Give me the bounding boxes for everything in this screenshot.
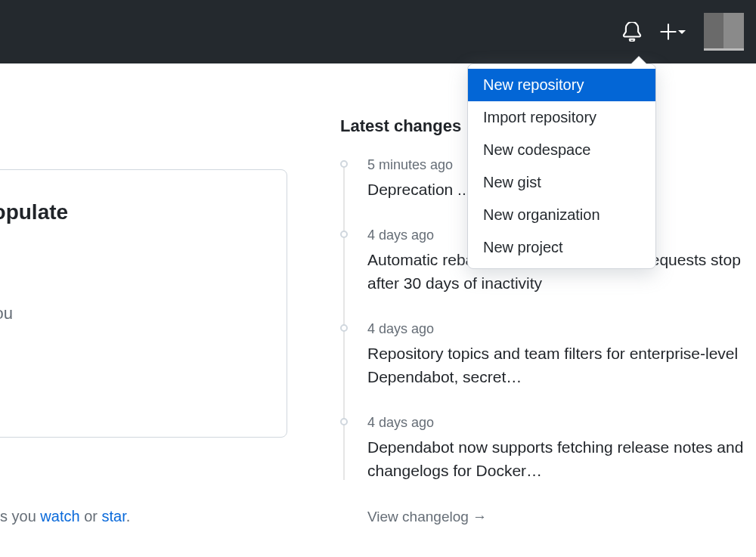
feed-subtitle: on repositories you bbox=[0, 304, 264, 323]
notifications-button[interactable] bbox=[622, 22, 642, 42]
bell-icon bbox=[622, 22, 642, 42]
create-new-menu-button[interactable] bbox=[660, 23, 686, 40]
hint-text: or bbox=[80, 508, 102, 525]
hint-text: s you bbox=[0, 508, 40, 525]
chevron-down-icon bbox=[678, 30, 686, 34]
timeline-dot-icon bbox=[340, 418, 348, 425]
timeline-item[interactable]: 4 days ago Dependabot now supports fetch… bbox=[340, 415, 756, 483]
dropdown-item-import-repository[interactable]: Import repository bbox=[468, 101, 655, 134]
timeline-time: 4 days ago bbox=[367, 415, 756, 431]
dropdown-item-new-organization[interactable]: New organization bbox=[468, 199, 655, 231]
plus-icon bbox=[660, 23, 677, 40]
timeline-dot-icon bbox=[340, 160, 348, 168]
star-link[interactable]: star bbox=[102, 508, 126, 525]
dropdown-item-new-project[interactable]: New project bbox=[468, 231, 655, 264]
timeline-text: Dependabot now supports fetching release… bbox=[367, 435, 756, 483]
create-new-dropdown: New repository Import repository New cod… bbox=[467, 63, 656, 269]
timeline-text: Repository topics and team filters for e… bbox=[367, 342, 756, 389]
top-nav bbox=[0, 0, 756, 63]
timeline-dot-icon bbox=[340, 231, 348, 238]
avatar[interactable] bbox=[704, 13, 744, 51]
timeline-time: 4 days ago bbox=[367, 321, 756, 337]
timeline-dot-icon bbox=[340, 324, 348, 332]
view-changelog-link[interactable]: View changelog → bbox=[340, 509, 487, 525]
dropdown-item-new-gist[interactable]: New gist bbox=[468, 166, 655, 199]
feed-title: ple to populate bbox=[0, 200, 264, 224]
dropdown-item-new-repository[interactable]: New repository bbox=[468, 69, 655, 101]
hint-text: . bbox=[126, 508, 131, 525]
feed-hint: s you watch or star. bbox=[0, 508, 130, 525]
dropdown-item-new-codespace[interactable]: New codespace bbox=[468, 134, 655, 166]
watch-link[interactable]: watch bbox=[40, 508, 79, 525]
left-column: ple to populate on repositories you s yo… bbox=[0, 63, 310, 557]
timeline-item[interactable]: 4 days ago Repository topics and team fi… bbox=[340, 321, 756, 389]
feed-card: ple to populate on repositories you bbox=[0, 169, 287, 438]
